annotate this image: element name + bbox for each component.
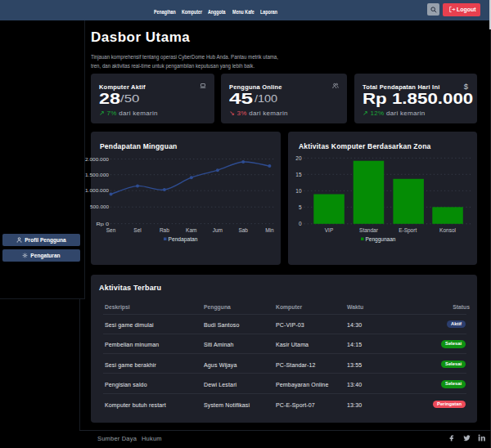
svg-text:Pendapatan: Pendapatan — [169, 236, 198, 243]
svg-text:Sel: Sel — [133, 227, 142, 233]
svg-text:20: 20 — [295, 155, 302, 161]
svg-text:Penggunaan: Penggunaan — [366, 236, 396, 243]
svg-text:Konsol: Konsol — [439, 227, 456, 233]
svg-text:1.000.000: 1.000.000 — [85, 188, 109, 193]
svg-text:Standar: Standar — [359, 227, 379, 233]
svg-text:5: 5 — [299, 204, 302, 210]
svg-text:500.000: 500.000 — [90, 204, 109, 209]
svg-text:15: 15 — [295, 172, 302, 177]
svg-text:10: 10 — [295, 188, 302, 194]
svg-text:Kam: Kam — [186, 227, 196, 233]
svg-text:Sen: Sen — [106, 227, 116, 233]
svg-text:Sab: Sab — [238, 227, 248, 233]
svg-text:E-Sport: E-Sport — [399, 227, 417, 234]
svg-text:VIP: VIP — [325, 227, 333, 233]
svg-text:1.500.000: 1.500.000 — [85, 172, 109, 177]
svg-text:Min: Min — [265, 227, 274, 233]
svg-text:Jum: Jum — [213, 227, 223, 233]
svg-text:0: 0 — [299, 221, 302, 226]
svg-text:Rab: Rab — [160, 227, 169, 233]
svg-text:Rp 0: Rp 0 — [97, 222, 110, 226]
svg-text:2.000.000: 2.000.000 — [85, 157, 109, 162]
